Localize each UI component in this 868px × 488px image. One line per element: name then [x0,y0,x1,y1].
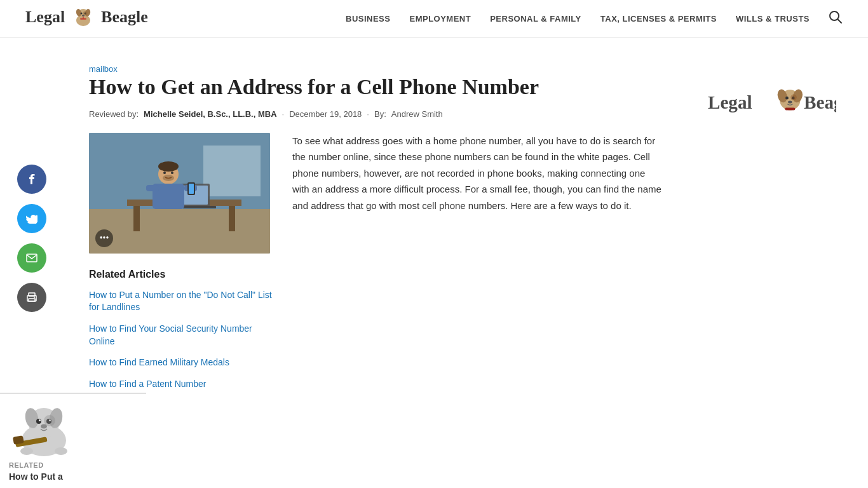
article-body: ••• Related Articles How to Put a Number… [89,133,665,391]
related-articles: Related Articles How to Put a Number on … [89,269,273,391]
article-title: How to Get an Address for a Cell Phone N… [89,74,665,100]
svg-line-11 [838,19,842,23]
search-button[interactable] [829,10,843,27]
nav-item-tax[interactable]: TAX, LICENSES & PERMITS [600,14,717,24]
svg-point-60 [55,447,67,455]
related-label: RELATED [9,461,137,469]
svg-rect-33 [189,184,194,194]
svg-point-7 [83,11,87,16]
logo-dog-icon [71,6,95,30]
related-link-2[interactable]: How to Find Your Social Security Number … [89,323,252,346]
social-sidebar [0,37,64,416]
article-meta: Reviewed by: Michelle Seidel, B.Sc., LL.… [89,109,665,119]
site-header: Legal Beagl [0,0,868,37]
reviewed-by-label: Reviewed by: [89,109,139,119]
twitter-icon [26,214,37,224]
list-item: How to Find a Patent Number [89,378,273,391]
twitter-share-button[interactable] [17,204,46,233]
sidebar-logo-svg: Legal Beagle [703,76,836,126]
nav-item-business[interactable]: BUSINESS [346,14,390,24]
list-item: How to Put a Number on the "Do Not Call"… [89,289,273,314]
reviewer-name: Michelle Seidel, B.Sc., LL.B., MBA [144,109,277,119]
svg-rect-14 [29,293,35,296]
more-icon: ••• [100,233,109,243]
page-container: mailbox How to Get an Address for a Cell… [0,37,868,416]
svg-point-44 [788,101,792,104]
print-button[interactable] [17,283,46,312]
svg-point-56 [44,415,55,426]
publish-date: December 19, 2018 [289,109,362,119]
svg-point-53 [39,419,41,421]
svg-point-51 [36,419,41,424]
by-label: By: [374,109,386,119]
bottom-related-text-area: RELATED How to Put a [0,459,146,488]
search-icon [829,10,843,24]
article-text: To see what address goes with a home pho… [292,133,665,391]
sidebar-logo: Legal Beagle [690,63,849,139]
author-name: Andrew Smith [391,109,443,119]
main-nav: BUSINESS EMPLOYMENT PERSONAL & FAMILY TA… [346,10,843,27]
svg-rect-9 [83,17,84,19]
svg-text:Legal: Legal [708,92,752,112]
svg-point-59 [20,447,33,455]
logo-text: Legal Beagl [25,6,148,30]
svg-point-36 [163,175,174,181]
breadcrumb[interactable]: mailbox [89,64,118,74]
svg-point-34 [163,172,166,174]
related-articles-heading: Related Articles [89,269,273,280]
svg-point-43 [790,95,797,101]
email-share-button[interactable] [17,243,46,273]
content-area: mailbox How to Get an Address for a Cell… [64,37,677,416]
dog-mascot-container [0,394,146,459]
related-articles-list: How to Put a Number on the "Do Not Call"… [89,289,273,391]
mascot-dog-icon [9,399,79,456]
related-text: How to Put a [9,471,137,482]
right-sidebar: Legal Beagle [677,37,868,416]
article-image: ••• [89,133,270,254]
related-link-3[interactable]: How to Find Earned Military Medals [89,357,229,367]
article-left-col: ••• Related Articles How to Put a Number… [89,133,273,391]
facebook-icon [29,173,35,185]
bottom-related-card: RELATED How to Put a [0,393,146,488]
svg-rect-12 [27,254,37,262]
svg-point-41 [785,97,789,100]
svg-rect-22 [133,206,140,231]
meta-separator-2: · [367,109,369,119]
article-image-svg [89,133,270,254]
svg-rect-20 [203,146,261,196]
svg-point-16 [34,297,35,298]
related-link-1[interactable]: How to Put a Number on the "Do Not Call"… [89,290,272,313]
logo[interactable]: Legal Beagl [25,6,148,30]
svg-rect-30 [146,185,159,191]
list-item: How to Find Your Social Security Number … [89,323,273,348]
svg-rect-45 [785,108,795,111]
svg-rect-15 [29,299,35,301]
svg-point-35 [171,172,173,174]
related-link-4[interactable]: How to Find a Patent Number [89,379,206,389]
svg-text:Beagle: Beagle [804,92,836,112]
image-more-button[interactable]: ••• [95,229,113,247]
svg-rect-23 [229,206,235,231]
svg-point-28 [158,161,179,172]
meta-separator-1: · [282,109,285,119]
svg-point-4 [80,13,82,15]
nav-item-employment[interactable]: EMPLOYMENT [409,14,471,24]
list-item: How to Find Earned Military Medals [89,356,273,369]
email-icon [26,254,37,262]
nav-item-personal-family[interactable]: PERSONAL & FAMILY [490,14,581,24]
facebook-share-button[interactable] [17,165,46,194]
svg-rect-19 [89,209,270,254]
nav-item-wills[interactable]: WILLS & TRUSTS [736,14,810,24]
print-icon [26,292,37,302]
